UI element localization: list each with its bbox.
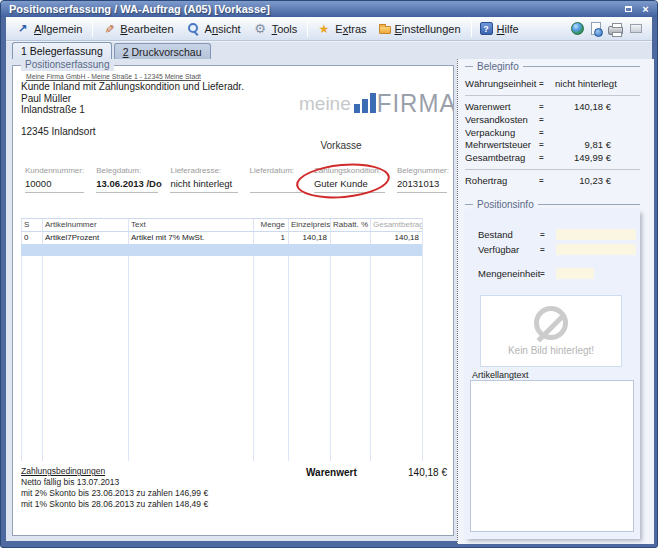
table-column-line	[422, 218, 423, 461]
beleginfo-row-warenwert: Warenwert=140,18 €	[465, 101, 640, 114]
address-line: Inlandstraße 1	[21, 104, 244, 116]
positionsinfo-value-field	[556, 268, 594, 279]
globe-icon[interactable]	[571, 22, 584, 35]
table-cell: 140,18	[288, 233, 330, 242]
beleginfo-row-label: Währungseinheit	[465, 78, 539, 89]
toolbar-right-icons	[571, 22, 648, 35]
titlebar: Positionserfassung / WA-Auftrag (A05) [V…	[1, 1, 657, 17]
document-type: Vorkasse	[301, 140, 381, 151]
right-panel: Beleginfo Währungseinheit=nicht hinterle…	[457, 59, 654, 544]
column-header: Text	[128, 220, 253, 229]
column-header: S	[21, 220, 42, 229]
beleginfo-rows: Währungseinheit=nicht hinterlegtWarenwer…	[465, 77, 640, 187]
web-document-icon[interactable]	[591, 22, 601, 35]
menu-item-tools[interactable]: Tools	[248, 20, 305, 38]
longtext-field[interactable]	[470, 380, 634, 532]
table-cell: 1	[253, 233, 288, 242]
menu-item-extras[interactable]: Extras	[311, 20, 373, 38]
beleginfo-row-value: 149,99 €	[555, 152, 611, 163]
address-block: Kunde Inland mit Zahlungskondition und L…	[21, 81, 244, 116]
beleginfo-row-label: Gesamtbetrag	[465, 152, 539, 163]
table-row[interactable]: 0Artikel7ProzentArtikel mit 7% MwSt.1140…	[21, 231, 422, 244]
logo-word-firma: FIRMA	[377, 91, 453, 115]
doc-total-value: 140,18 €	[408, 467, 447, 478]
equals-sign: =	[540, 245, 556, 254]
no-image-icon	[534, 306, 568, 340]
equals-sign: =	[539, 102, 555, 111]
positionsinfo-value-field	[556, 244, 636, 255]
table-cell: 0	[21, 233, 42, 242]
printer-icon[interactable]	[608, 26, 623, 35]
document-header-fields: Kundennummer:10000Belegdatum:13.06.2013 …	[25, 166, 449, 193]
beleginfo-row-label: Mehrwertsteuer	[465, 139, 539, 150]
close-icon: ×	[642, 4, 648, 15]
positionserfassung-group: Positionserfassung Meine Firma GmbH - Me…	[12, 65, 454, 536]
column-header: Gesamtbetrag	[370, 220, 422, 229]
tab-2-druckvorschau[interactable]: 2 Druckvorschau	[114, 43, 211, 59]
equals-sign: =	[540, 230, 556, 239]
payment-terms: Zahlungsbedingungen Netto fällig bis 13.…	[21, 466, 208, 510]
table-cell: 140,18	[370, 233, 422, 242]
field-label: Kundennummer:	[25, 166, 96, 175]
positionsinfo-row-mengeneinheit: Mengeneinheit=	[478, 267, 594, 279]
beleginfo-row-value: 10,23 €	[555, 175, 611, 186]
menu-item-label: Allgemein	[34, 23, 82, 35]
beleginfo-row-value: nicht hinterlegt	[555, 78, 617, 89]
table-header-row: SArtikelnummerTextMengeEinzelpreisRabatt…	[21, 218, 422, 231]
column-header: Einzelpreis	[288, 220, 330, 229]
table-selected-row[interactable]	[21, 244, 422, 256]
window-title: Positionserfassung / WA-Auftrag (A05) [V…	[9, 2, 619, 16]
menu-item-label: Einstellungen	[395, 23, 461, 35]
no-image-text: Kein Bild hinterlegt!	[508, 345, 594, 356]
beleginfo-row-label: Versandkosten	[465, 114, 539, 125]
field-label: Belegdatum:	[96, 166, 170, 175]
field-lieferadresse: Lieferadresse:nicht hinterlegt	[170, 166, 249, 193]
column-header: Menge	[253, 220, 288, 229]
arrow-up-right-icon	[15, 22, 30, 36]
menu-separator	[92, 21, 93, 37]
menu-item-einstellungen[interactable]: Einstellungen	[374, 21, 468, 37]
menu-item-label: Tools	[272, 23, 298, 35]
positionsinfo-row-label: Verfügbar	[478, 244, 540, 255]
positionsinfo-panel: Kein Bild hinterlegt! Artikellangtext Be…	[464, 209, 640, 539]
gear-icon	[253, 22, 268, 36]
menu-separator	[471, 21, 472, 37]
beleginfo-row-label: Warenwert	[465, 101, 539, 112]
positionsinfo-row-verf-gbar: Verfügbar=	[478, 243, 636, 255]
field-value	[250, 178, 302, 193]
tab-1-belegerfassung[interactable]: 1 Belegerfassung	[12, 42, 112, 59]
menubar: AllgemeinBearbeitenAnsichtToolsExtrasEin…	[6, 17, 652, 41]
main-area: 1 Belegerfassung2 Druckvorschau Position…	[6, 41, 652, 541]
menu-item-ansicht[interactable]: Ansicht	[181, 20, 248, 38]
positions-table: SArtikelnummerTextMengeEinzelpreisRabatt…	[21, 218, 422, 461]
restore-icon	[625, 6, 632, 12]
restore-window-button[interactable]	[621, 3, 636, 16]
address-line: Paul Müller	[21, 93, 244, 105]
beleginfo-row-w-hrungseinheit: Währungseinheit=nicht hinterlegt	[465, 77, 640, 90]
magnifier-icon	[186, 22, 201, 36]
window-icon[interactable]	[630, 24, 642, 33]
field-value: 20131013	[397, 178, 447, 193]
address-line: Kunde Inland mit Zahlungskondition und L…	[21, 81, 244, 93]
column-header: Rabatt. %	[330, 220, 370, 229]
beleginfo-label: Beleginfo	[477, 61, 519, 72]
menu-item-label: Bearbeiten	[120, 23, 173, 35]
beleginfo-row-gesamtbetrag: Gesamtbetrag=149,99 €	[465, 151, 640, 164]
menu-separator	[307, 21, 308, 37]
field-value: 13.06.2013 /Do	[96, 178, 158, 193]
table-cell: Artikel7Prozent	[42, 233, 128, 242]
menu-item-hilfe[interactable]: Hilfe	[475, 20, 526, 37]
positionsinfo-row-label: Bestand	[478, 229, 540, 240]
doc-total-label: Warenwert	[306, 467, 357, 478]
field-belegdatum: Belegdatum:13.06.2013 /Do	[96, 166, 170, 193]
positionsinfo-row-bestand: Bestand=	[478, 228, 636, 240]
sender-line: Meine Firma GmbH - Meine Straße 1 - 1234…	[26, 73, 201, 80]
menu-item-bearbeiten[interactable]: Bearbeiten	[96, 20, 180, 38]
logo-word-meine: meine	[299, 94, 351, 114]
address-city: 12345 Inlandsort	[21, 126, 96, 137]
beleginfo-row-label: Rohertrag	[465, 175, 539, 186]
beleginfo-divider	[465, 95, 640, 96]
menu-item-allgemein[interactable]: Allgemein	[10, 20, 89, 38]
close-window-button[interactable]: ×	[638, 3, 653, 16]
menu-items: AllgemeinBearbeitenAnsichtToolsExtrasEin…	[10, 20, 526, 38]
